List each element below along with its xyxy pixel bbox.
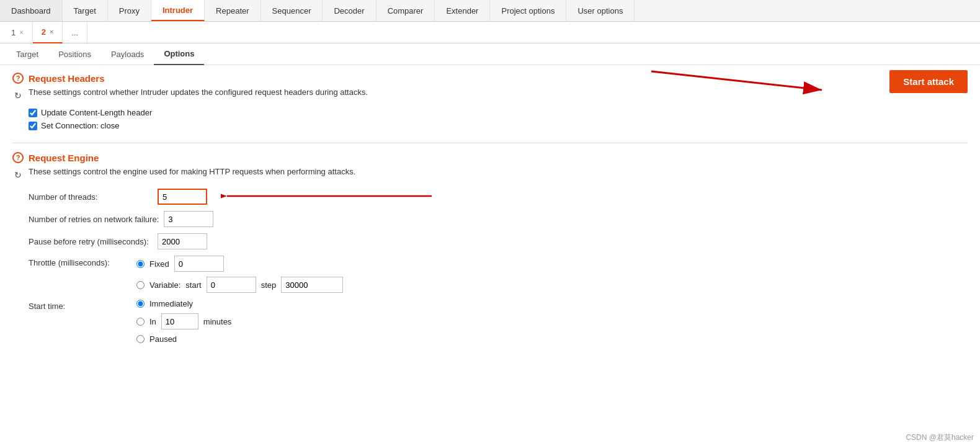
footer-credit: CSDN @君莫hacker: [906, 432, 974, 443]
throttle-variable-step-input[interactable]: [281, 277, 343, 293]
request-headers-title: Request Headers: [29, 73, 105, 84]
pause-retry-input[interactable]: [158, 233, 207, 249]
nav-project-options[interactable]: Project options: [490, 0, 566, 21]
threads-row: Number of threads:: [29, 189, 968, 205]
checkbox-update-content-length-input[interactable]: [29, 109, 37, 117]
request-engine-title: Request Engine: [29, 153, 99, 163]
nav-repeater[interactable]: Repeater: [205, 0, 261, 21]
throttle-fixed-input[interactable]: [174, 256, 224, 272]
content-area: Start attack ? Request Headers ↻ These s…: [0, 65, 980, 364]
request-headers-section: ? Request Headers ↻ These settings contr…: [12, 73, 968, 130]
nav-decoder[interactable]: Decoder: [323, 0, 376, 21]
start-attack-button[interactable]: Start attack: [889, 70, 968, 93]
starttime-immediately-label: Immediately: [149, 299, 193, 308]
subtab-payloads[interactable]: Payloads: [101, 43, 154, 65]
throttle-options: Fixed Variable: start step: [136, 256, 343, 293]
throttle-section: Throttle (milliseconds): Fixed Variable:…: [29, 256, 968, 293]
request-engine-header: ? Request Engine: [12, 152, 968, 163]
request-headers-header: ? Request Headers: [12, 73, 968, 84]
checkbox-set-connection-label: Set Connection: close: [41, 121, 119, 130]
request-engine-refresh-icon[interactable]: ↻: [12, 169, 24, 181]
request-headers-refresh-icon[interactable]: ↻: [12, 90, 24, 101]
retries-input[interactable]: [164, 211, 213, 227]
threads-arrow-svg: [221, 184, 438, 208]
tab-1[interactable]: 1 ×: [2, 22, 33, 43]
starttime-in-radio[interactable]: [136, 318, 145, 326]
nav-intruder[interactable]: Intruder: [151, 0, 205, 21]
throttle-fixed-radio[interactable]: [136, 260, 145, 268]
starttime-label: Start time:: [29, 299, 136, 311]
starttime-minutes-label: minutes: [203, 317, 232, 326]
throttle-fixed-label: Fixed: [149, 259, 169, 269]
starttime-immediately-radio[interactable]: [136, 300, 145, 308]
throttle-fixed-row: Fixed: [136, 256, 343, 272]
tab-2-close[interactable]: ×: [50, 28, 53, 35]
tabs-row: 1 × 2 × ...: [0, 22, 980, 43]
request-engine-help-icon[interactable]: ?: [12, 152, 24, 163]
starttime-paused-label: Paused: [149, 334, 177, 344]
starttime-in-label: In: [149, 317, 156, 326]
starttime-section: Start time: Immediately In minutes Pause…: [29, 299, 968, 344]
starttime-paused-row: Paused: [136, 334, 231, 344]
threads-label: Number of threads:: [29, 192, 153, 202]
request-engine-section: ? Request Engine ↻ These settings contro…: [12, 152, 968, 344]
retries-label: Number of retries on network failure:: [29, 215, 159, 224]
nav-sequencer[interactable]: Sequencer: [261, 0, 323, 21]
request-headers-help-icon[interactable]: ?: [12, 73, 24, 84]
nav-extender[interactable]: Extender: [435, 0, 490, 21]
checkbox-update-content-length-label: Update Content-Length header: [41, 108, 152, 117]
sub-tabs-row: Target Positions Payloads Options: [0, 43, 980, 65]
top-nav: Dashboard Target Proxy Intruder Repeater…: [0, 0, 980, 22]
checkbox-set-connection: Set Connection: close: [29, 121, 968, 130]
nav-proxy[interactable]: Proxy: [108, 0, 151, 21]
request-engine-desc: These settings control the engine used f…: [29, 167, 355, 176]
throttle-variable-row: Variable: start step: [136, 277, 343, 293]
nav-user-options[interactable]: User options: [566, 0, 635, 21]
throttle-step-label: step: [261, 280, 277, 290]
section-divider-1: [12, 143, 968, 143]
starttime-in-input[interactable]: [161, 313, 198, 329]
pause-retry-row: Pause before retry (milliseconds):: [29, 233, 968, 249]
tab-2[interactable]: 2 ×: [33, 22, 63, 43]
throttle-variable-start-input[interactable]: [207, 277, 256, 293]
throttle-label: Throttle (milliseconds):: [29, 256, 136, 267]
starttime-options: Immediately In minutes Paused: [136, 299, 231, 344]
tab-1-close[interactable]: ×: [19, 29, 23, 36]
throttle-start-label: start: [185, 280, 201, 290]
starttime-paused-radio[interactable]: [136, 335, 145, 343]
starttime-in-row: In minutes: [136, 313, 231, 329]
checkbox-set-connection-input[interactable]: [29, 122, 37, 130]
nav-dashboard[interactable]: Dashboard: [0, 0, 63, 21]
subtab-positions[interactable]: Positions: [48, 43, 101, 65]
subtab-target[interactable]: Target: [6, 43, 48, 65]
threads-input[interactable]: [158, 189, 207, 205]
starttime-immediately-row: Immediately: [136, 299, 231, 308]
retries-row: Number of retries on network failure:: [29, 211, 968, 227]
subtab-options[interactable]: Options: [154, 43, 204, 65]
nav-target[interactable]: Target: [63, 0, 108, 21]
checkbox-update-content-length: Update Content-Length header: [29, 108, 968, 117]
throttle-variable-radio[interactable]: [136, 281, 145, 289]
request-headers-desc: These settings control whether Intruder …: [29, 87, 368, 97]
throttle-variable-label: Variable:: [149, 280, 180, 290]
threads-arrow-annotation: [221, 184, 438, 210]
tab-more[interactable]: ...: [63, 22, 87, 43]
nav-comparer[interactable]: Comparer: [376, 0, 435, 21]
pause-retry-label: Pause before retry (milliseconds):: [29, 237, 153, 246]
